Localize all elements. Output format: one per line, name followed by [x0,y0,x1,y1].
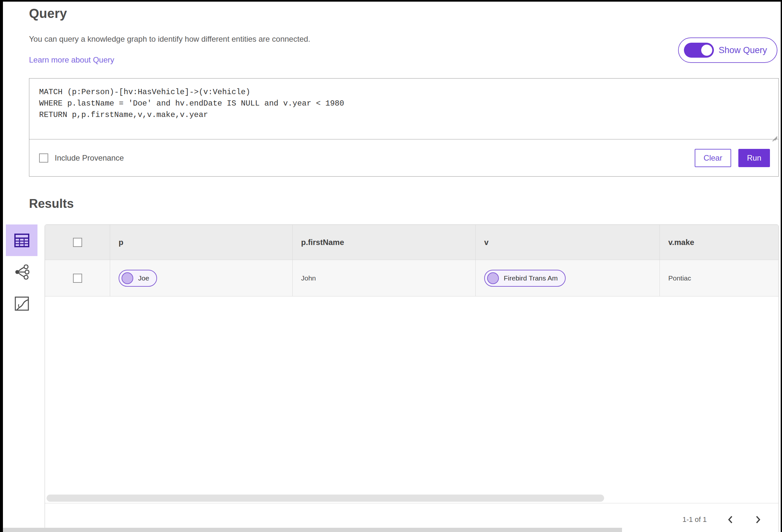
entity-pill-person[interactable]: Joe [118,270,157,287]
window-scrollbar[interactable] [3,528,622,532]
chevron-left-icon [727,516,734,524]
previous-page-button[interactable] [727,516,734,524]
column-header-p: p [110,225,293,260]
map-view-button[interactable] [6,288,37,319]
query-toolbar: Include Provenance Clear Run [29,139,778,176]
node-icon [487,272,499,284]
show-query-label: Show Query [718,45,767,56]
horizontal-scrollbar[interactable] [45,493,778,503]
cell-p-firstname: John [293,260,476,296]
table-row: Joe John Firebird Trans Am Pontiac [45,260,778,296]
page: Query You can query a knowledge graph to… [0,0,782,532]
include-provenance-checkbox[interactable] [39,153,48,163]
cell-value: Pontiac [668,274,691,282]
select-all-checkbox[interactable] [73,238,82,247]
cell-value: John [301,274,316,282]
query-header: Query You can query a knowledge graph to… [29,6,779,65]
cell-v-make: Pontiac [660,260,778,296]
entity-pill-label: Joe [138,274,149,282]
show-query-toggle[interactable]: Show Query [678,37,777,63]
map-view-icon [15,296,29,311]
column-header-p-firstname: p.firstName [293,225,476,260]
entity-pill-vehicle[interactable]: Firebird Trans Am [484,270,566,287]
row-checkbox-cell [45,260,110,296]
resize-handle-icon[interactable] [772,132,777,138]
learn-more-link[interactable]: Learn more about Query [29,56,114,65]
cell-p: Joe [110,260,293,296]
page-title: Query [29,6,779,21]
table-empty-area [45,296,778,493]
network-view-icon [14,264,29,280]
toggle-knob [700,44,713,57]
network-view-button[interactable] [6,256,37,288]
view-switcher-rail [3,224,45,532]
column-header-label: v.make [668,238,695,247]
clear-button[interactable]: Clear [695,149,731,167]
table-view-icon [14,234,29,247]
entity-pill-label: Firebird Trans Am [504,274,558,282]
node-icon [121,272,133,284]
horizontal-scrollbar-thumb[interactable] [46,495,604,502]
chevron-right-icon [754,516,761,524]
column-header-label: p [118,238,123,247]
query-description: You can query a knowledge graph to ident… [29,35,779,44]
toggle-switch-icon [684,43,714,58]
header-checkbox-cell [45,225,110,260]
column-header-label: v [484,238,489,247]
row-checkbox[interactable] [73,274,82,283]
include-provenance-label: Include Provenance [55,153,124,163]
next-page-button[interactable] [754,516,761,524]
cell-v: Firebird Trans Am [476,260,660,296]
query-editor: MATCH (p:Person)-[hv:HasVehicle]->(v:Veh… [29,78,779,177]
query-textarea[interactable]: MATCH (p:Person)-[hv:HasVehicle]->(v:Veh… [29,78,778,139]
results-table: p p.firstName v v.make [45,224,779,532]
table-view-button[interactable] [6,224,37,256]
column-header-v: v [476,225,660,260]
run-button[interactable]: Run [738,149,770,167]
column-header-label: p.firstName [301,238,344,247]
table-header-row: p p.firstName v v.make [45,225,778,260]
pagination-range: 1-1 of 1 [682,516,707,524]
column-header-v-make: v.make [660,225,778,260]
results-title: Results [29,197,781,211]
query-textarea-wrap: MATCH (p:Person)-[hv:HasVehicle]->(v:Veh… [29,78,778,139]
results-area: p p.firstName v v.make [3,224,781,532]
